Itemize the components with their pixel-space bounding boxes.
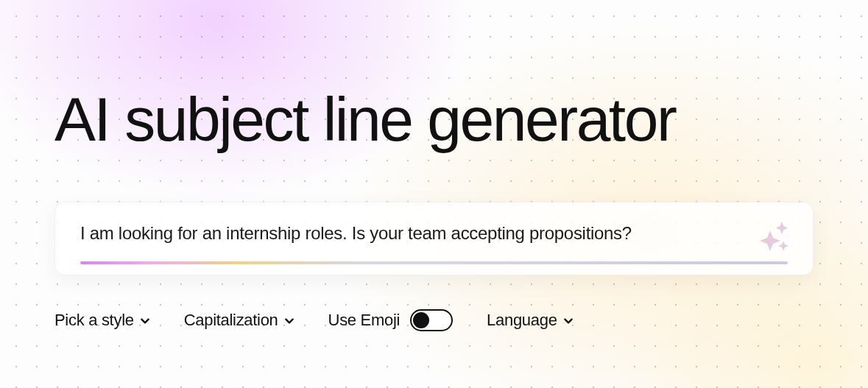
language-dropdown[interactable]: Language: [487, 311, 573, 330]
prompt-input[interactable]: [80, 223, 736, 244]
chevron-down-icon: [140, 316, 150, 326]
page-title: AI subject line generator: [54, 88, 814, 150]
chevron-down-icon: [284, 316, 294, 326]
language-label: Language: [487, 311, 557, 330]
style-label: Pick a style: [54, 311, 134, 330]
emoji-toggle[interactable]: [410, 309, 453, 331]
chevron-down-icon: [563, 316, 574, 326]
sparkle-icon: [755, 219, 791, 254]
main-container: AI subject line generator Pick a style C…: [0, 0, 868, 331]
toggle-knob: [413, 312, 429, 328]
capitalization-label: Capitalization: [184, 311, 278, 330]
progress-bar: [80, 261, 788, 264]
capitalization-dropdown[interactable]: Capitalization: [184, 311, 294, 330]
prompt-input-card: [54, 202, 814, 275]
emoji-label: Use Emoji: [328, 311, 401, 330]
emoji-control: Use Emoji: [328, 309, 454, 331]
controls-row: Pick a style Capitalization Use Emoji La…: [54, 309, 814, 331]
style-dropdown[interactable]: Pick a style: [54, 311, 150, 330]
